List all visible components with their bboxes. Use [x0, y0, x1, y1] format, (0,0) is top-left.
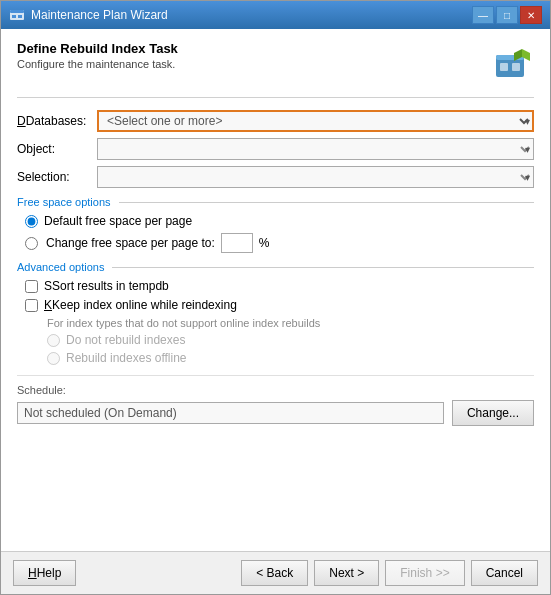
- selection-select[interactable]: [97, 166, 534, 188]
- no-rebuild-radio: [47, 334, 60, 347]
- databases-select-wrapper: <Select one or more>: [97, 110, 534, 132]
- svg-rect-6: [500, 63, 508, 71]
- svg-rect-2: [12, 15, 16, 18]
- main-window: Maintenance Plan Wizard — □ ✕ Define Reb…: [0, 0, 551, 595]
- header-section: Define Rebuild Index Task Configure the …: [17, 41, 534, 98]
- databases-select[interactable]: <Select one or more>: [97, 110, 534, 132]
- content-area: Define Rebuild Index Task Configure the …: [1, 29, 550, 551]
- svg-rect-7: [512, 63, 520, 71]
- header-text: Define Rebuild Index Task Configure the …: [17, 41, 178, 70]
- finish-button[interactable]: Finish >>: [385, 560, 464, 586]
- object-select-wrapper: [97, 138, 534, 160]
- rebuild-offline-row: Rebuild indexes offline: [17, 351, 534, 365]
- next-button[interactable]: Next >: [314, 560, 379, 586]
- header-icon: [486, 41, 534, 89]
- sort-results-checkbox[interactable]: [25, 280, 38, 293]
- object-select[interactable]: [97, 138, 534, 160]
- default-free-space-radio[interactable]: [25, 215, 38, 228]
- keep-online-checkbox[interactable]: [25, 299, 38, 312]
- minimize-button[interactable]: —: [472, 6, 494, 24]
- page-subtitle: Configure the maintenance task.: [17, 58, 178, 70]
- selection-row: Selection:: [17, 166, 534, 188]
- percent-label: %: [259, 236, 270, 250]
- free-space-input[interactable]: [221, 233, 253, 253]
- bottom-right: < Back Next > Finish >> Cancel: [241, 560, 538, 586]
- schedule-section: Schedule: Change...: [17, 375, 534, 426]
- free-space-header: Free space options: [17, 196, 534, 208]
- keep-online-label: KKeep index online while reindexing: [44, 298, 237, 312]
- svg-rect-3: [18, 15, 22, 18]
- rebuild-offline-radio: [47, 352, 60, 365]
- bottom-left: HHelp: [13, 560, 76, 586]
- sort-results-label: SSort results in tempdb: [44, 279, 169, 293]
- databases-row: DDatabases: <Select one or more>: [17, 110, 534, 132]
- change-free-space-radio[interactable]: [25, 237, 38, 250]
- change-free-space-label: Change free space per page to:: [46, 236, 215, 250]
- sort-results-row: SSort results in tempdb: [17, 279, 534, 293]
- maximize-button[interactable]: □: [496, 6, 518, 24]
- close-button[interactable]: ✕: [520, 6, 542, 24]
- back-button[interactable]: < Back: [241, 560, 308, 586]
- page-title: Define Rebuild Index Task: [17, 41, 178, 56]
- window-icon: [9, 7, 25, 23]
- bottom-bar: HHelp < Back Next > Finish >> Cancel: [1, 551, 550, 594]
- advanced-header: Advanced options: [17, 261, 534, 273]
- window-title: Maintenance Plan Wizard: [31, 8, 168, 22]
- keep-online-row: KKeep index online while reindexing: [17, 298, 534, 312]
- title-bar-left: Maintenance Plan Wizard: [9, 7, 168, 23]
- form-section: DDatabases: <Select one or more> Object:: [17, 110, 534, 543]
- title-bar: Maintenance Plan Wizard — □ ✕: [1, 1, 550, 29]
- change-button[interactable]: Change...: [452, 400, 534, 426]
- default-free-space-label: Default free space per page: [44, 214, 192, 228]
- no-rebuild-label: Do not rebuild indexes: [66, 333, 185, 347]
- object-row: Object:: [17, 138, 534, 160]
- svg-rect-1: [10, 10, 24, 13]
- default-free-space-row: Default free space per page: [17, 214, 534, 228]
- databases-label: DDatabases:: [17, 114, 97, 128]
- schedule-input: [17, 402, 444, 424]
- selection-label: Selection:: [17, 170, 97, 184]
- schedule-label: Schedule:: [17, 384, 534, 396]
- cancel-button[interactable]: Cancel: [471, 560, 538, 586]
- rebuild-offline-label: Rebuild indexes offline: [66, 351, 187, 365]
- no-rebuild-row: Do not rebuild indexes: [17, 333, 534, 347]
- object-label: Object:: [17, 142, 97, 156]
- change-free-space-row: Change free space per page to: %: [17, 233, 534, 253]
- info-text: For index types that do not support onli…: [17, 317, 534, 329]
- help-button[interactable]: HHelp: [13, 560, 76, 586]
- window-controls: — □ ✕: [472, 6, 542, 24]
- schedule-row: Change...: [17, 400, 534, 426]
- selection-select-wrapper: [97, 166, 534, 188]
